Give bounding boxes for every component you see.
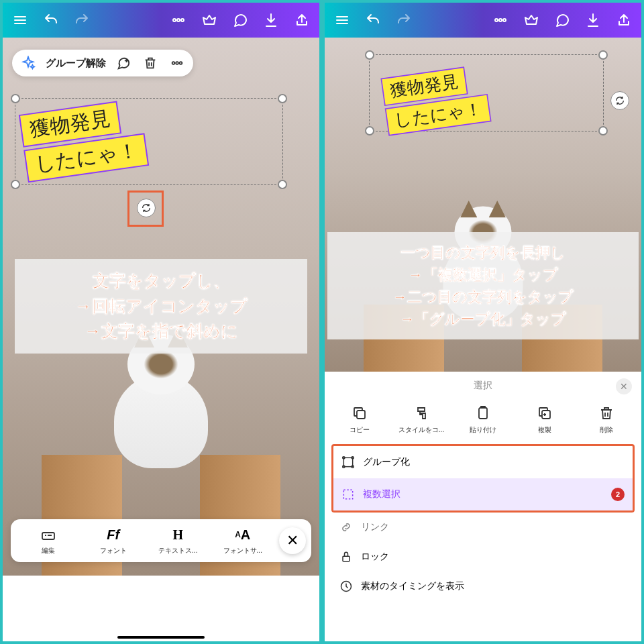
- rotate-handle[interactable]: [137, 199, 156, 217]
- resize-handle-bl[interactable]: [365, 126, 374, 136]
- resize-handle-tl[interactable]: [11, 94, 20, 103]
- svg-rect-13: [343, 458, 352, 466]
- svg-point-2: [181, 19, 184, 21]
- crown-icon[interactable]: [195, 5, 224, 35]
- download-icon[interactable]: [256, 5, 286, 35]
- resize-handle-br[interactable]: [278, 180, 287, 189]
- menu-icon[interactable]: [5, 5, 35, 35]
- close-sheet-button[interactable]: ✕: [616, 378, 632, 394]
- svg-point-3: [172, 62, 175, 64]
- instruction-line: 文字をタップし、: [20, 268, 302, 294]
- canvas[interactable]: 獲物発見 したにゃ！ 一つ目の文字列を長押し →「複数選択」タップ →二つ目の文…: [325, 38, 641, 372]
- resize-handle-bl[interactable]: [11, 180, 20, 189]
- timing-button[interactable]: 素材のタイミングを表示: [339, 572, 627, 601]
- instruction-line: 一つ目の文字列を長押し: [333, 241, 633, 264]
- svg-point-1: [177, 19, 180, 21]
- sparkle-icon[interactable]: [19, 54, 38, 72]
- resize-handle-tr[interactable]: [598, 50, 608, 60]
- svg-point-8: [499, 19, 502, 21]
- canvas[interactable]: グループ解除 獲物発見 したにゃ！ 文字をタップし、 →回転アイコンタップ →文…: [3, 38, 319, 576]
- more-icon[interactable]: [486, 5, 515, 35]
- comment-icon[interactable]: [547, 5, 577, 35]
- svg-point-0: [173, 19, 176, 21]
- paste-button[interactable]: 貼り付け: [452, 405, 514, 435]
- rotate-handle[interactable]: [610, 91, 629, 110]
- link-icon: [339, 521, 353, 534]
- duplicate-button[interactable]: 複製: [514, 405, 576, 435]
- instruction-line: →「複数選択」タップ: [333, 264, 633, 286]
- download-icon[interactable]: [578, 5, 608, 35]
- instruction-line: →二つ目の文字列をタップ: [333, 286, 633, 308]
- delete-button[interactable]: 削除: [576, 405, 637, 435]
- undo-icon[interactable]: [358, 5, 388, 35]
- add-comment-icon[interactable]: [114, 54, 133, 72]
- share-icon[interactable]: [609, 5, 639, 35]
- crown-icon[interactable]: [517, 5, 546, 35]
- right-screenshot: 獲物発見 したにゃ！ 一つ目の文字列を長押し →「複数選択」タップ →二つ目の文…: [322, 0, 644, 644]
- style-copy-button[interactable]: スタイルをコ...: [390, 405, 452, 435]
- multiselect-button[interactable]: 複数選択 2: [333, 478, 633, 511]
- svg-rect-18: [343, 490, 352, 498]
- resize-handle-tr[interactable]: [278, 94, 287, 103]
- sheet-title: 選択: [474, 380, 492, 392]
- more-icon[interactable]: [168, 54, 186, 72]
- svg-rect-6: [42, 533, 54, 539]
- count-badge: 2: [611, 488, 625, 501]
- app-topbar: [325, 3, 641, 38]
- annotation-highlight: グループ化 複数選択 2: [331, 444, 635, 513]
- svg-point-9: [503, 19, 506, 21]
- selection-sheet: 選択 ✕ コピー スタイルをコ... 貼り付け 複製 削除 グループ化 複数選択…: [325, 372, 641, 641]
- group-button[interactable]: グループ化: [333, 446, 633, 478]
- svg-rect-10: [357, 411, 365, 419]
- action-row: コピー スタイルをコ... 貼り付け 複製 削除: [325, 400, 641, 444]
- redo-icon[interactable]: [389, 5, 419, 35]
- instruction-overlay: 一つ目の文字列を長押し →「複数選択」タップ →二つ目の文字列をタップ →「グル…: [327, 232, 639, 339]
- resize-handle-tl[interactable]: [365, 50, 374, 60]
- text-edit-toolbar: 編集 Ff フォント H テキストス... AA フォントサ... ✕: [11, 519, 311, 562]
- lock-button[interactable]: ロック: [339, 542, 627, 572]
- svg-rect-11: [479, 408, 487, 419]
- undo-icon[interactable]: [36, 5, 66, 35]
- resize-handle-br[interactable]: [598, 126, 608, 136]
- svg-point-7: [495, 19, 498, 21]
- instruction-line: →回転アイコンタップ: [20, 294, 302, 319]
- left-screenshot: グループ解除 獲物発見 したにゃ！ 文字をタップし、 →回転アイコンタップ →文…: [0, 0, 322, 644]
- comment-icon[interactable]: [225, 5, 255, 35]
- instruction-line: →文字を指で斜めに: [20, 319, 302, 344]
- share-icon[interactable]: [287, 5, 317, 35]
- close-toolbar-button[interactable]: ✕: [279, 527, 306, 554]
- svg-point-5: [180, 62, 182, 64]
- font-button[interactable]: Ff フォント: [81, 526, 146, 555]
- svg-rect-19: [343, 556, 350, 561]
- clock-icon: [339, 580, 353, 593]
- menu-icon[interactable]: [327, 5, 357, 35]
- font-size-button[interactable]: AA フォントサ...: [211, 526, 276, 555]
- home-indicator[interactable]: [117, 636, 205, 639]
- link-button[interactable]: リンク: [339, 513, 627, 542]
- more-icon[interactable]: [164, 5, 193, 35]
- svg-point-4: [176, 62, 178, 64]
- context-toolbar: グループ解除: [12, 50, 193, 76]
- lock-icon: [339, 550, 353, 564]
- group-icon: [341, 455, 355, 469]
- trash-icon[interactable]: [141, 54, 160, 72]
- ungroup-button[interactable]: グループ解除: [46, 57, 106, 70]
- text-style-button[interactable]: H テキストス...: [146, 526, 211, 555]
- instruction-line: →「グループ化」タップ: [333, 308, 633, 330]
- copy-button[interactable]: コピー: [329, 405, 390, 435]
- redo-icon[interactable]: [67, 5, 97, 35]
- app-topbar: [3, 3, 319, 38]
- multiselect-icon: [341, 488, 355, 501]
- edit-button[interactable]: 編集: [16, 526, 81, 555]
- instruction-overlay: 文字をタップし、 →回転アイコンタップ →文字を指で斜めに: [15, 259, 307, 354]
